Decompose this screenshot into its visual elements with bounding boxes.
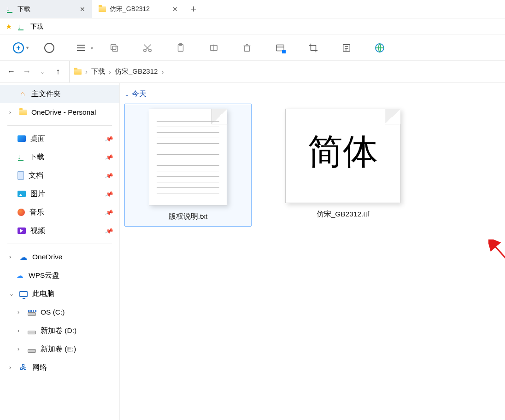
drive-icon <box>28 349 36 353</box>
font-preview-glyph: 简体 <box>286 134 400 169</box>
desktop-icon <box>18 135 26 142</box>
sidebar-item-label: 主文件夹 <box>31 89 61 99</box>
download-icon <box>6 6 14 13</box>
crop-button[interactable] <box>307 41 320 54</box>
music-icon <box>18 209 25 216</box>
up-button[interactable]: ↑ <box>53 67 63 76</box>
sidebar-item-label: 桌面 <box>30 134 45 144</box>
sidebar-item-wps-cloud[interactable]: ☁ WPS云盘 <box>0 266 119 285</box>
sidebar: ⌂ 主文件夹 › OneDrive - Personal 桌面 📌 下载 📌 文… <box>0 83 120 420</box>
layout-button[interactable] <box>274 41 287 54</box>
sidebar-item-label: 下载 <box>29 152 44 162</box>
sidebar-item-network[interactable]: › 🖧 网络 <box>0 358 119 377</box>
chevron-right-icon[interactable]: › <box>9 364 15 371</box>
sidebar-item-downloads[interactable]: 下载 📌 <box>0 148 119 166</box>
chevron-down-icon[interactable]: ⌄ <box>9 291 15 297</box>
content-pane[interactable]: ⌄ 今天 版权说明.txt 简体 仿宋_GB2312.ttf <box>120 83 505 420</box>
chevron-right-icon[interactable]: › <box>9 254 15 260</box>
star-icon[interactable]: ★ <box>6 22 12 31</box>
delete-button[interactable] <box>241 41 253 54</box>
close-icon[interactable]: ✕ <box>172 6 178 13</box>
sidebar-item-onedrive-personal[interactable]: › OneDrive - Personal <box>0 103 119 122</box>
sidebar-separator <box>7 244 112 244</box>
chevron-right-icon: › <box>161 68 164 76</box>
open-in-browser-button[interactable] <box>373 41 386 54</box>
favorites-bar: ★ 下载 <box>0 18 505 35</box>
svg-rect-0 <box>112 46 117 51</box>
file-grid: 版权说明.txt 简体 仿宋_GB2312.ttf <box>123 104 502 227</box>
drive-icon <box>28 331 36 334</box>
pin-icon[interactable]: 📌 <box>105 134 114 143</box>
sidebar-item-label: OneDrive <box>32 253 62 261</box>
sidebar-item-drive-d[interactable]: › 新加卷 (D:) <box>0 321 119 340</box>
tab-downloads[interactable]: 下载 ✕ <box>0 0 92 18</box>
toolbar: + ▾ ▾ <box>0 35 505 61</box>
back-button[interactable]: ← <box>6 67 16 76</box>
pin-icon[interactable]: 📌 <box>105 189 114 198</box>
chevron-right-icon[interactable]: › <box>18 309 23 315</box>
page-fold-icon <box>385 109 400 124</box>
history-chevron-icon[interactable]: ⌄ <box>38 69 47 75</box>
recent-button[interactable] <box>44 43 54 53</box>
svg-line-11 <box>494 245 505 288</box>
tab-fangsong[interactable]: 仿宋_GB2312 ✕ <box>92 0 184 18</box>
group-header-today[interactable]: ⌄ 今天 <box>123 88 502 104</box>
chevron-right-icon[interactable]: › <box>18 346 23 352</box>
file-item-font[interactable]: 简体 仿宋_GB2312.ttf <box>279 104 406 227</box>
breadcrumb[interactable]: › 下载 › 仿宋_GB2312 › <box>69 61 499 82</box>
navigation-row: ← → ⌄ ↑ › 下载 › 仿宋_GB2312 › <box>0 61 505 83</box>
chevron-right-icon[interactable]: › <box>9 109 15 116</box>
sidebar-item-this-pc[interactable]: ⌄ 此电脑 <box>0 285 119 303</box>
file-thumbnail <box>149 109 227 205</box>
sidebar-item-pictures[interactable]: 图片 📌 <box>0 185 119 203</box>
pin-icon[interactable]: 📌 <box>105 171 114 180</box>
pc-icon <box>19 291 28 297</box>
sidebar-separator <box>7 125 112 126</box>
file-item-txt[interactable]: 版权说明.txt <box>124 104 252 227</box>
close-icon[interactable]: ✕ <box>80 6 85 13</box>
chevron-down-icon[interactable]: ▾ <box>26 43 29 52</box>
sidebar-item-label: 文档 <box>29 171 43 181</box>
chevron-down-icon[interactable]: ⌄ <box>124 91 129 98</box>
cloud-icon: ☁ <box>16 271 24 280</box>
breadcrumb-part[interactable]: 下载 <box>91 67 105 76</box>
sidebar-item-videos[interactable]: 视频 📌 <box>0 222 119 240</box>
sidebar-item-music[interactable]: 音乐 📌 <box>0 203 119 222</box>
chevron-down-icon[interactable]: ▾ <box>91 45 93 50</box>
properties-button[interactable] <box>340 41 353 54</box>
view-button[interactable]: ▾ <box>75 41 88 54</box>
sidebar-item-home[interactable]: ⌂ 主文件夹 <box>0 85 119 103</box>
tab-strip: 下载 ✕ 仿宋_GB2312 ✕ + <box>0 0 505 18</box>
sidebar-item-documents[interactable]: 文档 📌 <box>0 166 119 185</box>
pin-icon[interactable]: 📌 <box>105 226 114 235</box>
folder-icon <box>99 6 106 12</box>
folder-icon <box>19 110 27 115</box>
paste-button[interactable] <box>174 41 187 54</box>
chevron-right-icon: › <box>85 68 88 76</box>
sidebar-item-label: 视频 <box>30 226 45 236</box>
sidebar-item-label: OneDrive - Personal <box>31 108 96 117</box>
breadcrumb-part[interactable]: 仿宋_GB2312 <box>115 67 158 76</box>
new-button[interactable]: + ▾ <box>13 42 24 53</box>
cut-button[interactable] <box>141 41 154 54</box>
download-icon <box>18 153 25 161</box>
pin-icon[interactable]: 📌 <box>105 152 114 162</box>
sidebar-item-desktop[interactable]: 桌面 📌 <box>0 129 119 148</box>
sidebar-item-drive-c[interactable]: › OS (C:) <box>0 303 119 321</box>
cloud-icon: ☁ <box>19 253 28 261</box>
drive-icon <box>28 312 36 316</box>
sidebar-item-label: OS (C:) <box>41 308 65 316</box>
chevron-right-icon: › <box>109 68 111 76</box>
pin-icon[interactable]: 📌 <box>105 208 114 217</box>
rename-button[interactable] <box>207 41 220 54</box>
chevron-right-icon[interactable]: › <box>18 327 23 334</box>
forward-button[interactable]: → <box>22 67 31 76</box>
new-tab-button[interactable]: + <box>184 0 203 18</box>
sidebar-item-onedrive[interactable]: › ☁ OneDrive <box>0 248 119 266</box>
sidebar-item-drive-e[interactable]: › 新加卷 (E:) <box>0 340 119 358</box>
favorite-label[interactable]: 下载 <box>30 23 43 31</box>
pictures-icon <box>18 191 26 197</box>
copy-button[interactable] <box>108 41 121 54</box>
sidebar-item-label: 图片 <box>30 189 45 199</box>
document-icon <box>18 171 24 180</box>
